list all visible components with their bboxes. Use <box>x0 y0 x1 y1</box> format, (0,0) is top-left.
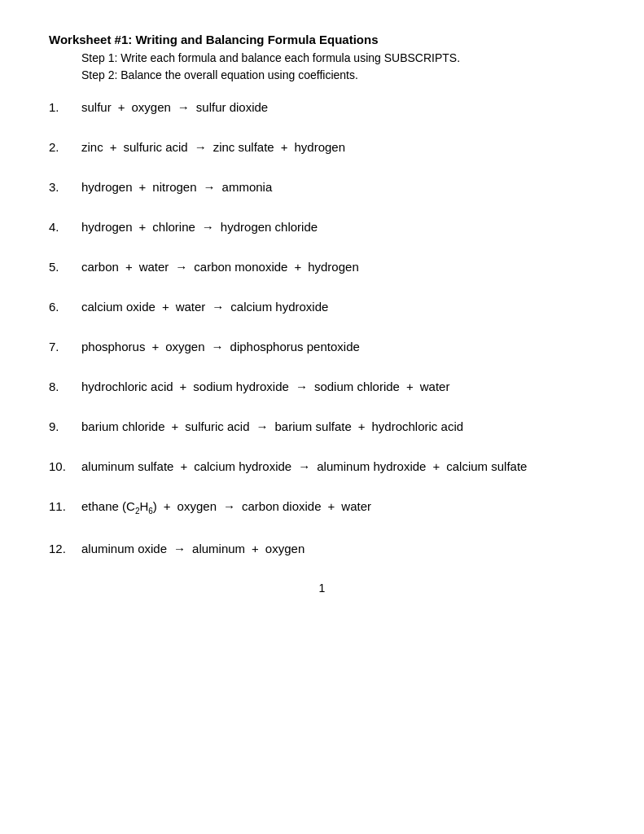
problem-content: barium chloride + sulfuric acid → barium… <box>81 419 463 433</box>
problem-content: zinc + sulfuric acid → zinc sulfate + hy… <box>81 140 345 154</box>
problem-content: carbon + water → carbon monoxide + hydro… <box>81 260 359 274</box>
problem-number: 12. <box>49 542 81 555</box>
problem-item: 6. calcium oxide + water → calcium hydro… <box>49 300 595 314</box>
problem-item: 2. zinc + sulfuric acid → zinc sulfate +… <box>49 140 595 154</box>
instruction-step1: Step 1: Write each formula and balance e… <box>81 50 595 67</box>
problem-content: hydrogen + chlorine → hydrogen chloride <box>81 220 318 234</box>
problem-number: 9. <box>49 419 81 433</box>
problem-item: 5. carbon + water → carbon monoxide + hy… <box>49 260 595 274</box>
problem-number: 2. <box>49 140 81 154</box>
problem-content: hydrogen + nitrogen → ammonia <box>81 180 272 194</box>
problem-number: 10. <box>49 459 81 473</box>
problem-item: 4. hydrogen + chlorine → hydrogen chlori… <box>49 220 595 234</box>
problem-content: calcium oxide + water → calcium hydroxid… <box>81 300 328 314</box>
worksheet-title: Worksheet #1: Writing and Balancing Form… <box>49 33 595 46</box>
problem-number: 6. <box>49 300 81 314</box>
problem-item: 1. sulfur + oxygen → sulfur dioxide <box>49 100 595 114</box>
problem-item: 10. aluminum sulfate + calcium hydroxide… <box>49 459 595 473</box>
problem-content: hydrochloric acid + sodium hydroxide → s… <box>81 380 449 393</box>
problem-content: aluminum sulfate + calcium hydroxide → a… <box>81 459 527 473</box>
page-number: 1 <box>49 582 595 595</box>
problem-item: 8. hydrochloric acid + sodium hydroxide … <box>49 380 595 393</box>
problem-content: aluminum oxide → aluminum + oxygen <box>81 542 304 555</box>
problem-number: 8. <box>49 380 81 393</box>
problem-content: ethane (C2H6) + oxygen → carbon dioxide … <box>81 499 371 516</box>
problem-content: sulfur + oxygen → sulfur dioxide <box>81 100 268 114</box>
problem-number: 1. <box>49 100 81 114</box>
problem-number: 3. <box>49 180 81 194</box>
problem-number: 7. <box>49 340 81 353</box>
problem-item: 12. aluminum oxide → aluminum + oxygen <box>49 542 595 555</box>
problem-list: 1. sulfur + oxygen → sulfur dioxide 2. z… <box>49 100 595 555</box>
problem-content: phosphorus + oxygen → diphosphorus pento… <box>81 340 360 353</box>
problem-item: 7. phosphorus + oxygen → diphosphorus pe… <box>49 340 595 353</box>
problem-number: 4. <box>49 220 81 234</box>
instruction-step2: Step 2: Balance the overall equation usi… <box>81 67 595 84</box>
problem-item: 11. ethane (C2H6) + oxygen → carbon diox… <box>49 499 595 516</box>
problem-item: 9. barium chloride + sulfuric acid → bar… <box>49 419 595 433</box>
problem-item: 3. hydrogen + nitrogen → ammonia <box>49 180 595 194</box>
problem-number: 5. <box>49 260 81 274</box>
problem-number: 11. <box>49 499 81 513</box>
